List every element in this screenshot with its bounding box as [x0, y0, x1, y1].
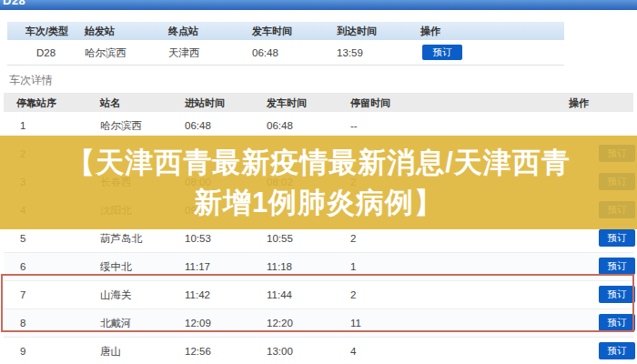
popup-banner[interactable]: 【天津西青最新疫情最新消息/天津西青 新增1例肺炎病例】	[0, 136, 637, 229]
column-header-depart-time: 发车时间	[252, 25, 292, 38]
stop-duration: 11	[350, 318, 361, 329]
column-header-outbound-time: 发车时间	[267, 96, 307, 109]
table-row: 8 北戴河 12:09 12:20 11 预订	[4, 309, 633, 338]
train-summary-table: 车次/类型 始发站 终点站 发车时间 到达时间 操作 D28 哈尔滨西 天津西 …	[7, 22, 564, 66]
book-button[interactable]: 预订	[422, 45, 462, 60]
banner-text-line1: 【天津西青最新疫情最新消息/天津西青	[66, 143, 571, 183]
book-button[interactable]: 预订	[599, 314, 635, 331]
stop-seq: 5	[20, 233, 25, 244]
train-code: D28	[36, 47, 56, 58]
book-button[interactable]: 预订	[599, 286, 635, 303]
book-button[interactable]: 预订	[599, 229, 635, 247]
station-name: 绥中北	[100, 260, 132, 274]
station-name: 哈尔滨西	[100, 119, 142, 133]
column-header-station-name: 站名	[100, 96, 120, 109]
stop-seq: 8	[20, 318, 25, 329]
inbound-time: 10:53	[185, 233, 211, 244]
table-row: 6 绥中北 11:17 11:18 1 预订	[4, 253, 633, 281]
inbound-time: 12:09	[185, 318, 211, 329]
table-row: 7 山海关 11:42 11:44 2 预订	[4, 281, 633, 309]
outbound-time: 11:44	[267, 289, 292, 300]
table-row: 9 唐山 12:56 13:00 4 预订	[4, 338, 633, 364]
station-name: 葫芦岛北	[100, 232, 142, 246]
arrive-time: 13:59	[337, 47, 363, 58]
book-button[interactable]: 预订	[599, 342, 635, 359]
column-header-action: 操作	[569, 96, 589, 109]
station-name: 北戴河	[100, 317, 132, 330]
stop-duration: 2	[350, 289, 356, 300]
stop-seq: 9	[20, 346, 25, 357]
outbound-time: 06:48	[267, 120, 293, 131]
stop-duration: 1	[350, 261, 356, 272]
outbound-time: 10:55	[267, 233, 293, 244]
station-name: 山海关	[100, 288, 132, 302]
inbound-time: 12:56	[185, 346, 211, 357]
summary-data-row: D28 哈尔滨西 天津西 06:48 13:59 预订	[7, 40, 564, 66]
depart-time: 06:48	[252, 47, 278, 58]
stop-seq: 7	[20, 289, 25, 300]
stop-duration: --	[350, 120, 358, 131]
outbound-time: 12:20	[267, 318, 293, 329]
column-header-action: 操作	[420, 25, 440, 38]
column-header-origin: 始发站	[85, 25, 115, 38]
stop-seq: 6	[20, 261, 25, 272]
stop-duration: 2	[350, 233, 356, 244]
train-detail-page: D28 车次/类型 始发站 终点站 发车时间 到达时间 操作 D28 哈尔滨西 …	[0, 0, 637, 364]
page-header-bar: D28	[0, 0, 637, 10]
origin-station: 哈尔滨西	[85, 46, 126, 59]
stops-header-row: 停靠站序 站名 进站时间 发车时间 停留时间 操作	[4, 93, 633, 112]
inbound-time: 06:48	[185, 120, 211, 131]
terminal-station: 天津西	[168, 46, 200, 59]
inbound-time: 11:42	[185, 289, 210, 300]
stop-seq: 1	[20, 120, 25, 131]
banner-text-line2: 新增1例肺炎病例】	[194, 183, 443, 223]
outbound-time: 13:00	[267, 346, 293, 357]
column-header-train-type: 车次/类型	[25, 25, 68, 38]
stop-duration: 4	[350, 346, 356, 357]
column-header-arrive-time: 到达时间	[337, 25, 377, 38]
train-code-title: D28	[3, 0, 637, 7]
book-button[interactable]: 预订	[599, 258, 635, 275]
column-header-stop-seq: 停靠站序	[16, 96, 56, 109]
station-name: 唐山	[100, 345, 121, 359]
column-header-stop-duration: 停留时间	[350, 96, 390, 109]
detail-section-title: 车次详情	[9, 73, 53, 88]
summary-header-row: 车次/类型 始发站 终点站 发车时间 到达时间 操作	[7, 22, 564, 40]
column-header-inbound-time: 进站时间	[185, 96, 225, 109]
column-header-terminal: 终点站	[168, 25, 198, 38]
inbound-time: 11:17	[185, 261, 210, 272]
outbound-time: 11:18	[267, 261, 292, 272]
